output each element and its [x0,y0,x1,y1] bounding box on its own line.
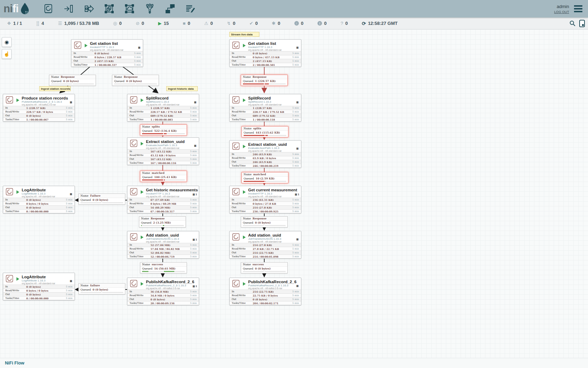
birdseye-button[interactable]: ◉ [2,37,12,47]
processor-get-station-list-right[interactable]: Get station list InvokeHTTP 1.16.3 org.a… [229,39,301,67]
processor-add-station-uuid-mid[interactable]: Add station_uuid JoltTransformJSON 1.16.… [127,231,199,259]
toolbar-input-port-icon[interactable] [63,3,75,15]
toolbar-process-group-icon[interactable] [103,3,115,15]
toolbar-output-port-icon[interactable] [83,3,95,15]
stat-row-in: In214 (27.8 KB)5 min [230,243,301,247]
running-status-icon [85,44,88,47]
stat-window: 5 min [66,107,72,109]
stat-label: Out [232,161,253,163]
toolbar-remote-process-group-icon[interactable] [124,3,135,15]
processor-get-current-measurement[interactable]: Get current measurement InvokeHTTP 1.16.… [229,186,301,213]
nifi-logo: nifi [4,0,30,18]
refresh-icon[interactable]: ⟳ [362,21,366,26]
connection-queued-value: 0 (0 bytes) [93,198,108,202]
processor-extract-station-uuid-mid[interactable]: Extract station_uuid EvaluateJsonPath 1.… [127,137,199,165]
label-ingest-station-records[interactable]: Ingest station records [39,86,71,91]
stat-label: Read/Write [5,289,26,292]
connection-name-value: Failure [90,194,101,198]
processor-title: Get historic measurements [146,188,197,192]
processor-logattribute-mid[interactable]: LogAttribute LogAttribute 1.16.3 org.apa… [3,186,75,213]
stat-value: 0 bytes / 457.13 KB [253,56,292,59]
connection-name-key: Name [142,263,150,266]
toolbar-label-icon[interactable] [184,3,196,15]
stat-label: Tasks/Time [232,63,253,66]
stat-label: In [130,107,150,109]
processor-get-station-list-left[interactable]: Get station list InvokeHTTP 1.16.3 org.a… [71,39,143,67]
processor-publishkafka-right[interactable]: PublishKafkaRecord_2_6 PublishKafkaRecor… [229,278,301,305]
status-not-transmitting-count: 0 [142,21,144,26]
toolbar-template-icon[interactable] [164,3,176,15]
connection-success-mid[interactable]: Name success Queued 16 (50.03 MB) [140,262,187,273]
connection-matched-mid[interactable]: Name matched Queued 100 (25.43 KB) [140,171,187,182]
stat-label: Tasks/Time [5,210,26,213]
stat-window: 5 min [134,56,141,59]
processor-type: EvaluateJsonPath 1.16.3 [248,146,287,150]
processor-type: JoltTransformJSON 1.16.3 [146,237,180,240]
connection-success-right[interactable]: Name success Queued 0 (0 bytes) [241,262,288,273]
stat-window: 5 min [66,110,72,113]
search-icon[interactable] [569,20,575,26]
processor-get-historic-measurements[interactable]: Get historic measurements InvokeHTTP 1.1… [127,186,199,213]
stat-row-out: Out214 (27.8 KB)5 min [230,205,301,209]
active-thread-badge: ▦ [70,280,73,282]
threads-icon: ⣿ [36,21,40,26]
stat-row-out: Out2 (457.13 KB)5 min [71,59,143,63]
stat-value: 1 / 00:00:00.083 [150,118,190,121]
stat-label: Read/Write [232,157,253,159]
hand-tool-button[interactable]: ☝ [2,49,12,59]
connection-response2-right[interactable]: Name Response Queued 0 (0 bytes) [241,216,288,227]
processor-logattribute-bottom[interactable]: LogAttribute LogAttribute 1.16.3 org.apa… [3,273,75,300]
flow-canvas[interactable]: Get station list InvokeHTTP 1.16.3 org.a… [0,0,588,368]
thread-grid-icon: ▦ [296,238,299,241]
connection-response-to-split-right[interactable]: Name Response Queued 1 (228.57 KB) [241,75,288,86]
stat-value: 0 (0 bytes) [26,293,66,296]
connection-failure-mid[interactable]: Name Failure Queued 0 (0 bytes) [78,193,125,205]
connection-splits-mid[interactable]: Name splits Queued 522 (136.4 KB) [140,124,187,136]
connection-response-to-split-mid[interactable]: Name Response Queued 0 (0 bytes) [112,75,159,86]
stat-row-tasks-time: Tasks/Time1 / 00:00:00.3375 min [71,63,143,67]
queue-percent-bars [241,271,287,273]
stat-row-read-write: Read/Write0 bytes / 0 bytes5 min [3,202,75,205]
breadcrumb-nifi-flow[interactable]: NiFi Flow [5,361,24,366]
processor-splitrecord-mid[interactable]: SplitRecord SplitRecord 1.16.3 org.apach… [127,94,199,122]
processor-type: InvokeHTTP 1.16.3 [146,192,197,195]
connection-response-to-produce[interactable]: Name Response Queued 0 (0 bytes) [49,75,96,86]
stat-row-read-write: Read/Write57.04 MB / 84.82 MB5 min [127,247,199,251]
stat-window: 5 min [134,60,141,62]
stat-row-read-write: Read/Write228.57 KB / 179.52 KB5 min [127,110,199,114]
processor-produce-station-records[interactable]: Produce station records PublishKafkaReco… [3,94,75,122]
connection-splits-right[interactable]: Name splits Queued 443 (115.62 KB) [241,126,288,137]
stat-value: 0 bytes / 228.57 KB [94,56,134,59]
global-menu-button[interactable] [574,5,582,12]
logout-link[interactable]: LOG OUT [554,10,569,14]
stat-value: 236 / 00:00:09.925 [253,210,292,213]
processor-add-station-uuid-right[interactable]: Add station_uuid JoltTransformJSON 1.16.… [229,231,301,259]
stat-value: 27.8 KB / 22.75 KB [253,247,292,251]
processor-publishkafka-mid[interactable]: PublishKafkaRecord_2_6 PublishKafkaRecor… [127,278,199,305]
stat-row-tasks-time: Tasks/Time1 / 00:00:00.0675 min [3,117,75,121]
stat-value: 214 (22.75 KB) [253,251,292,254]
stat-row-read-write: Read/Write228.57 KB / 179.52 KB5 min [230,110,301,114]
processor-bundle: org.apache.nifi - nifi-standard-nar [22,195,55,198]
connection-failure-bottom[interactable]: Name failure Queued 0 (0 bytes) [78,283,125,294]
stat-value: 228.57 KB / 0 bytes [26,110,66,114]
stat-window: 5 min [292,202,299,205]
label-stream-live-data[interactable]: Stream live-data [229,32,259,37]
stat-row-in: In0 (0 bytes)5 min [3,198,75,202]
stat-window: 5 min [190,107,197,109]
connection-name-key: Name [114,75,122,79]
toolbar-funnel-icon[interactable] [144,3,156,15]
connection-matched-right[interactable]: Name matched Queued 10 (2.59 KB) [241,172,288,183]
connection-queued-value: 0 (0 bytes) [63,79,79,83]
processor-splitrecord-right[interactable]: SplitRecord SplitRecord 1.16.3 org.apach… [229,94,301,122]
settings-panel-button[interactable] [579,20,585,27]
connection-response2-mid[interactable]: Name Response Queued 2 (3.25 MB) [139,216,186,227]
queue-percent-bars [242,135,288,137]
stat-row-in: In214 (22.75 KB)5 min [230,289,301,293]
toolbar-processor-icon[interactable] [42,3,54,15]
processor-title: PublishKafkaRecord_2_6 [248,280,296,284]
stat-window: 5 min [292,244,299,246]
label-ingest-historic-data[interactable]: Ingest historic data [166,86,198,91]
stat-label: Read/Write [130,110,150,113]
processor-extract-station-uuid-right[interactable]: Extract station_uuid EvaluateJsonPath 1.… [229,140,301,168]
